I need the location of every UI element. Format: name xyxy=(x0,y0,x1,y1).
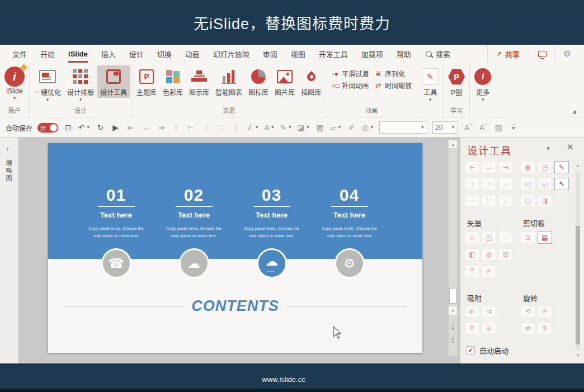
qat-fill-color-button[interactable]: ◪▼ xyxy=(297,123,310,132)
qat-outline-color-button[interactable]: ✎▼ xyxy=(280,123,292,132)
pen-tool-button[interactable]: ✐ xyxy=(482,265,496,277)
swap-objects-button[interactable]: ◳ xyxy=(538,161,552,173)
snap-up-button[interactable]: ⇈ xyxy=(465,322,479,334)
select-tool-button[interactable]: ↖ xyxy=(554,178,569,190)
theme-library-button[interactable]: P 主题库 xyxy=(134,65,159,98)
qat-font-color-button[interactable]: A▼ xyxy=(264,123,275,132)
align-left-button[interactable]: ⇤ xyxy=(465,161,479,173)
rotate-right-button[interactable]: ⟳ xyxy=(538,305,552,318)
autosave-toggle[interactable]: 开 xyxy=(37,123,58,133)
qat-align-bottom-button[interactable]: ⊥ xyxy=(201,123,211,132)
copy-button[interactable]: ⊞ xyxy=(521,232,535,244)
time-scale-button[interactable]: ⇄ 时间缩放 xyxy=(374,81,412,90)
rotate-left-button[interactable]: ⟲ xyxy=(521,305,535,318)
distribute-matrix-button[interactable]: ∷ xyxy=(482,195,496,207)
autostart-checkbox[interactable]: ✔ xyxy=(467,346,475,355)
tab-design[interactable]: 设计 xyxy=(123,45,150,63)
qat-align-middle-button[interactable]: ⊢ xyxy=(186,123,196,132)
scroll-down-button[interactable]: ▼ xyxy=(449,306,457,315)
qat-format-painter-button[interactable]: ✐ xyxy=(347,123,357,132)
smart-chart-button[interactable]: 智能图表 xyxy=(213,65,245,98)
step-item[interactable]: 02 Text here Copy paste fonts. Choose th… xyxy=(155,186,233,240)
comments-button[interactable] xyxy=(529,45,556,63)
union-button[interactable]: □ xyxy=(465,232,479,244)
qat-redo-button[interactable]: ↻ xyxy=(96,123,106,132)
qat-picture-button[interactable]: ▦ xyxy=(315,123,325,132)
snap-right-button[interactable]: ⇉ xyxy=(482,305,496,318)
intersect-button[interactable]: ◧ xyxy=(465,248,479,261)
step-item[interactable]: 04 Text here Copy paste fonts. Choose th… xyxy=(310,186,388,240)
align-top-button[interactable]: ↑ xyxy=(465,178,479,190)
step-circle[interactable]: ☎ xyxy=(101,248,131,278)
search-box[interactable]: 搜索 xyxy=(426,49,450,59)
same-size-button[interactable]: ▣ xyxy=(521,161,535,173)
qat-compress-picture-button[interactable]: ▨ xyxy=(493,123,503,132)
tab-transitions[interactable]: 切换 xyxy=(150,45,178,63)
qat-align-right-button[interactable]: ⇥ xyxy=(156,123,166,132)
chevron-down-icon[interactable]: ▼ xyxy=(545,145,551,152)
tab-developer[interactable]: 开发工具 xyxy=(312,45,355,63)
ungroup-button[interactable]: ◨ xyxy=(538,195,552,207)
qat-distribute-v-button[interactable]: ⋮ xyxy=(232,123,242,132)
snap-down-button[interactable]: ⇊ xyxy=(482,322,496,334)
tab-insert[interactable]: 插入 xyxy=(95,45,123,63)
distribute-horizontal-button[interactable]: ⋯ xyxy=(465,195,479,207)
flip-horizontal-button[interactable]: ⇄ xyxy=(521,322,535,334)
one-key-optimize-button[interactable]: 一键优化 ▼ xyxy=(31,65,64,103)
picture-library-button[interactable]: 图片库 xyxy=(272,65,298,98)
paste-button[interactable]: ▤ xyxy=(538,232,552,244)
feedback-button[interactable]: ☺ xyxy=(556,49,578,59)
group-button[interactable]: ◲ xyxy=(521,195,535,207)
close-panel-button[interactable]: ✕ xyxy=(567,142,574,152)
fragment-button[interactable]: ◌ xyxy=(498,232,513,244)
combine-button[interactable]: ◫ xyxy=(482,232,496,244)
bring-forward-button[interactable]: ◰ xyxy=(521,178,535,190)
scroll-up-button[interactable]: ▲ xyxy=(449,140,457,149)
qat-shape-button[interactable]: ▱▼ xyxy=(330,123,342,132)
align-right-button[interactable]: ⇥ xyxy=(498,161,513,173)
tab-slideshow[interactable]: 幻灯片放映 xyxy=(206,45,256,63)
scrollbar-thumb[interactable] xyxy=(449,288,456,304)
qat-merge-shapes-button[interactable]: ◎▼ xyxy=(362,123,374,132)
design-tools-button[interactable]: 设计工具 xyxy=(97,65,130,98)
smooth-transition-button[interactable]: ◦● 平滑过渡 xyxy=(331,69,369,78)
expand-thumbnails-button[interactable]: › xyxy=(6,143,18,154)
step-item[interactable]: 01 Text here Copy paste fonts. Choose th… xyxy=(77,186,155,240)
qat-decrease-font-button[interactable]: Aˇ xyxy=(478,123,488,132)
qat-font-name-combo[interactable]: ▼ xyxy=(379,121,427,134)
next-slide-button[interactable]: ▼▼ xyxy=(449,337,457,344)
tab-help[interactable]: 帮助 xyxy=(390,45,418,63)
tab-file[interactable]: 文件 xyxy=(6,45,34,63)
send-backward-button[interactable]: ◱ xyxy=(538,178,552,190)
previous-slide-button[interactable]: ▲▲ xyxy=(449,323,457,329)
subtract-button[interactable]: ◍ xyxy=(482,248,496,261)
qat-align-left-button[interactable]: ⇤ xyxy=(126,123,136,132)
design-layout-button[interactable]: 设计排版 ▼ xyxy=(64,65,97,103)
qat-increase-font-button[interactable]: Aˆ xyxy=(463,123,473,132)
qat-customize-button[interactable]: ▼ xyxy=(508,125,519,131)
tools-button[interactable]: ✎ 工具 ▼ xyxy=(419,65,441,103)
diagram-library-button[interactable]: 图示库 xyxy=(186,65,212,98)
icon-library-button[interactable]: 图标库 xyxy=(246,65,271,98)
qat-distribute-h-button[interactable]: ∷ xyxy=(216,123,227,132)
color-library-button[interactable]: 色彩库 xyxy=(160,65,186,98)
step-circle[interactable]: ☁ xyxy=(179,248,209,278)
text-tool-button[interactable]: T xyxy=(465,265,479,277)
panel-scrollbar[interactable]: ▲ ▼ xyxy=(574,163,581,358)
qat-undo-button[interactable]: ↶▼ xyxy=(78,123,91,132)
distribute-vertical-button[interactable]: ⋮ xyxy=(498,195,513,207)
align-center-button[interactable]: ↔ xyxy=(482,161,496,173)
share-button[interactable]: ⇗ 共享 xyxy=(487,45,529,63)
qat-slideshow-button[interactable]: ▶ xyxy=(111,123,121,132)
more-button[interactable]: i 更多 ▼ xyxy=(472,65,494,103)
tab-review[interactable]: 审阅 xyxy=(256,45,284,63)
p-circle-button[interactable]: P P圈 xyxy=(445,65,468,98)
qat-font-size-combo[interactable]: 20 ▼ xyxy=(432,121,458,134)
qat-save-button[interactable]: ⊡ xyxy=(63,123,73,132)
qat-rotate-button[interactable]: ∠▼ xyxy=(247,123,259,132)
panel-scroll-down-button[interactable]: ▼ xyxy=(574,353,581,358)
qat-align-top-button[interactable]: ⊤ xyxy=(171,123,181,132)
collapse-ribbon-button[interactable]: ∧ xyxy=(572,108,577,116)
align-bottom-button[interactable]: ↓ xyxy=(498,178,513,190)
serialize-button[interactable]: ≣ 序列化 xyxy=(374,69,412,78)
